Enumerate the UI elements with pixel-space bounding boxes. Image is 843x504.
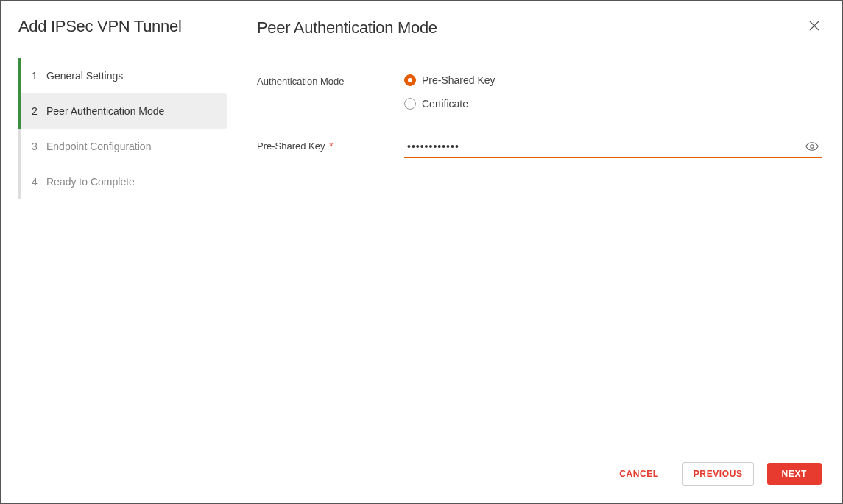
- step-marker: [18, 129, 21, 164]
- psk-input-wrapper: [404, 139, 822, 158]
- step-peer-authentication-mode[interactable]: 2 Peer Authentication Mode: [18, 93, 227, 129]
- wizard-footer: CANCEL PREVIOUS NEXT: [236, 449, 842, 503]
- step-marker: [18, 58, 21, 93]
- wizard-main: Peer Authentication Mode Authentication …: [236, 1, 842, 503]
- wizard-dialog: Add IPSec VPN Tunnel 1 General Settings …: [1, 1, 842, 503]
- auth-mode-label: Authentication Mode: [257, 74, 404, 87]
- previous-button[interactable]: PREVIOUS: [682, 462, 754, 486]
- psk-label-text: Pre-Shared Key: [257, 141, 325, 152]
- auth-mode-certificate-radio[interactable]: Certificate: [404, 98, 822, 110]
- svg-point-2: [811, 145, 814, 149]
- step-marker: [18, 93, 21, 129]
- auth-mode-row: Authentication Mode Pre-Shared Key Certi…: [257, 74, 822, 110]
- main-header: Peer Authentication Mode: [236, 1, 842, 52]
- cancel-button[interactable]: CANCEL: [609, 463, 669, 485]
- auth-mode-psk-radio[interactable]: Pre-Shared Key: [404, 74, 822, 86]
- step-label: Ready to Complete: [40, 176, 135, 188]
- page-title: Peer Authentication Mode: [257, 18, 437, 38]
- radio-selected-icon: [404, 74, 416, 86]
- psk-row: Pre-Shared Key *: [257, 139, 822, 158]
- step-endpoint-configuration[interactable]: 3 Endpoint Configuration: [18, 129, 227, 164]
- radio-label: Pre-Shared Key: [422, 74, 495, 86]
- step-label: General Settings: [40, 70, 123, 82]
- step-number: 2: [20, 105, 40, 117]
- step-number: 1: [20, 70, 40, 82]
- next-button[interactable]: NEXT: [767, 463, 822, 485]
- auth-mode-radio-group: Pre-Shared Key Certificate: [404, 74, 822, 110]
- step-number: 4: [20, 176, 40, 188]
- wizard-title: Add IPSec VPN Tunnel: [1, 17, 236, 58]
- psk-label: Pre-Shared Key *: [257, 139, 404, 152]
- step-label: Endpoint Configuration: [40, 141, 151, 152]
- show-password-icon[interactable]: [805, 140, 819, 153]
- psk-input[interactable]: [404, 139, 805, 154]
- radio-unselected-icon: [404, 98, 416, 110]
- step-list: 1 General Settings 2 Peer Authentication…: [1, 58, 236, 199]
- radio-label: Certificate: [422, 98, 468, 110]
- step-number: 3: [20, 141, 40, 152]
- form-body: Authentication Mode Pre-Shared Key Certi…: [236, 52, 842, 449]
- required-asterisk: *: [329, 141, 333, 152]
- wizard-sidebar: Add IPSec VPN Tunnel 1 General Settings …: [1, 1, 236, 503]
- step-general-settings[interactable]: 1 General Settings: [18, 58, 227, 93]
- close-icon[interactable]: [807, 18, 822, 35]
- step-label: Peer Authentication Mode: [40, 105, 164, 117]
- step-ready-to-complete[interactable]: 4 Ready to Complete: [18, 164, 227, 199]
- step-marker: [18, 164, 21, 199]
